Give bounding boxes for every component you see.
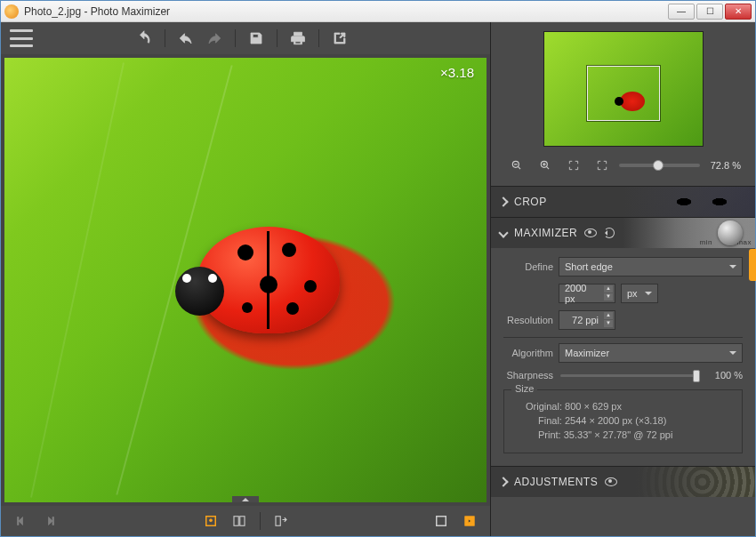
right-panel: 72.8 % CROP MAXIMIZER min max bbox=[490, 22, 755, 536]
fit-screen-button[interactable] bbox=[430, 509, 453, 533]
side-collapse-handle[interactable] bbox=[749, 249, 756, 281]
adjustments-panel-header[interactable]: ADJUSTMENTS bbox=[491, 467, 755, 497]
svg-point-1 bbox=[209, 519, 212, 522]
close-button[interactable]: ✕ bbox=[725, 4, 752, 20]
size-original-text: Original: 800 × 629 px bbox=[526, 401, 733, 412]
prev-image-button[interactable] bbox=[10, 509, 33, 533]
redo-button[interactable] bbox=[203, 27, 226, 50]
undo-all-button[interactable] bbox=[133, 27, 156, 50]
reset-icon[interactable] bbox=[604, 228, 615, 238]
actual-size-button[interactable] bbox=[458, 509, 481, 533]
chevron-right-icon bbox=[498, 477, 508, 486]
adjustments-panel: ADJUSTMENTS bbox=[491, 466, 755, 497]
zoom-percent-label: 72.8 % bbox=[705, 160, 741, 171]
top-toolbar bbox=[1, 22, 490, 54]
zoom-fit-button[interactable] bbox=[562, 154, 585, 177]
resolution-input[interactable]: 72 ppi ▲▼ bbox=[559, 310, 615, 330]
minimize-button[interactable]: — bbox=[668, 4, 695, 20]
visibility-icon[interactable] bbox=[584, 228, 597, 237]
dial-min-label: min bbox=[700, 238, 712, 246]
size-info-box: Size Original: 800 × 629 px Final: 2544 … bbox=[503, 389, 743, 453]
unit-select[interactable]: px bbox=[621, 284, 658, 303]
algorithm-select[interactable]: Maximizer bbox=[559, 343, 743, 363]
titlebar: Photo_2.jpg - Photo Maximizer — ☐ ✕ bbox=[1, 1, 755, 22]
image-content bbox=[197, 227, 358, 351]
crop-panel-header[interactable]: CROP bbox=[491, 187, 755, 217]
define-label: Define bbox=[503, 261, 553, 272]
spin-down-icon[interactable]: ▼ bbox=[604, 293, 613, 301]
zoom-out-button[interactable] bbox=[505, 154, 528, 177]
chevron-right-icon bbox=[498, 196, 508, 206]
save-button[interactable] bbox=[245, 27, 268, 50]
view-single-button[interactable] bbox=[199, 509, 222, 533]
app-icon bbox=[4, 4, 19, 19]
zoom-indicator: ×3.18 bbox=[440, 65, 474, 80]
navigator-viewport-rect[interactable] bbox=[587, 66, 660, 121]
undo-button[interactable] bbox=[174, 27, 197, 50]
spin-up-icon[interactable]: ▲ bbox=[604, 285, 613, 293]
zoom-slider[interactable] bbox=[619, 164, 700, 167]
next-image-button[interactable] bbox=[38, 509, 61, 533]
crop-panel: CROP bbox=[491, 186, 755, 217]
dial-max-label: max bbox=[736, 238, 752, 246]
content-area: ×3.18 bbox=[1, 22, 755, 536]
size-box-label: Size bbox=[511, 383, 537, 394]
print-button[interactable] bbox=[286, 27, 310, 50]
spin-down-icon[interactable]: ▼ bbox=[604, 320, 613, 327]
crop-panel-title: CROP bbox=[514, 196, 547, 208]
algorithm-label: Algorithm bbox=[503, 348, 553, 358]
resolution-label: Resolution bbox=[503, 315, 553, 325]
maximizer-panel-title: MAXIMIZER bbox=[514, 227, 577, 239]
sharpness-label: Sharpness bbox=[503, 370, 553, 381]
maximizer-panel-header[interactable]: MAXIMIZER min max bbox=[491, 218, 755, 248]
view-split-button[interactable] bbox=[228, 509, 251, 533]
sharpness-value: 100 % bbox=[707, 370, 743, 381]
navigator-preview[interactable] bbox=[543, 31, 704, 147]
menu-button[interactable] bbox=[10, 29, 33, 47]
navigator: 72.8 % bbox=[491, 22, 755, 186]
zoom-100-button[interactable] bbox=[591, 154, 614, 177]
visibility-icon[interactable] bbox=[605, 477, 617, 486]
size-final-text: Final: 2544 × 2000 px (×3.18) bbox=[538, 415, 733, 426]
spin-up-icon[interactable]: ▲ bbox=[604, 312, 613, 319]
chevron-down-icon bbox=[498, 228, 508, 237]
maximizer-panel-body: Define Short edge 2000 px ▲▼ px Resoluti… bbox=[491, 248, 755, 466]
left-pane: ×3.18 bbox=[1, 22, 490, 536]
zoom-in-button[interactable] bbox=[534, 154, 557, 177]
sharpness-slider[interactable] bbox=[560, 374, 700, 377]
bottom-toolbar bbox=[1, 506, 490, 536]
svg-rect-3 bbox=[239, 517, 244, 526]
svg-rect-5 bbox=[437, 517, 446, 526]
svg-rect-4 bbox=[276, 517, 280, 526]
size-input[interactable]: 2000 px ▲▼ bbox=[559, 284, 615, 303]
define-select[interactable]: Short edge bbox=[559, 257, 743, 277]
maximizer-panel: MAXIMIZER min max Define Short edge 2000… bbox=[491, 217, 755, 466]
window-title: Photo_2.jpg - Photo Maximizer bbox=[24, 5, 170, 18]
photo-canvas bbox=[4, 58, 487, 502]
svg-rect-2 bbox=[234, 517, 238, 526]
compare-button[interactable] bbox=[269, 509, 293, 533]
size-print-text: Print: 35.33" × 27.78" @ 72 ppi bbox=[538, 429, 733, 440]
maximize-button[interactable]: ☐ bbox=[696, 4, 723, 20]
expand-up-handle[interactable] bbox=[232, 496, 259, 502]
adjustments-panel-title: ADJUSTMENTS bbox=[514, 476, 598, 488]
export-button[interactable] bbox=[328, 27, 351, 50]
app-window: Photo_2.jpg - Photo Maximizer — ☐ ✕ bbox=[0, 0, 756, 537]
image-viewport[interactable]: ×3.18 bbox=[4, 58, 487, 502]
